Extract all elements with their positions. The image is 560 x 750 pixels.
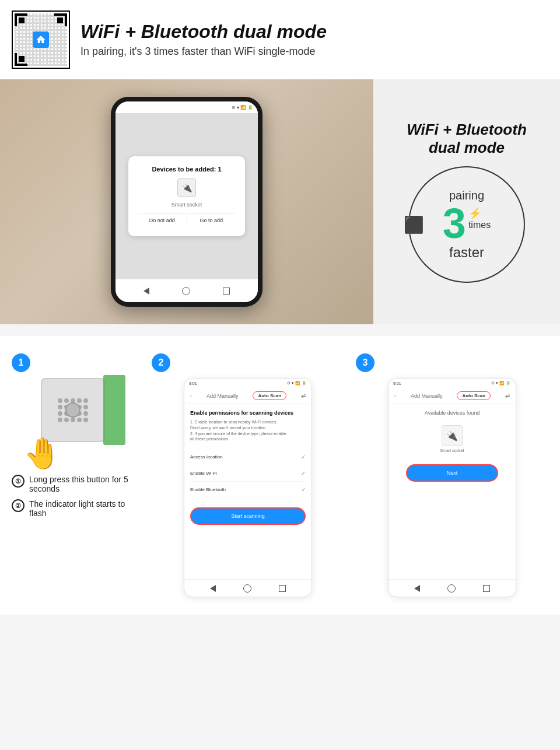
dialog-title: Devices to be added: 1 <box>138 166 236 173</box>
home-icon <box>33 31 49 48</box>
instr-num-2: ② <box>12 499 24 512</box>
step2-header: ‹ Add Manually Auto Scan ⇌ <box>184 388 312 404</box>
recents-nav-icon <box>223 288 230 295</box>
step2-status: 9:01 ⊙ ▾ 📶 🔋 <box>184 378 312 388</box>
dont-add-btn[interactable]: Do not add <box>138 214 187 227</box>
start-scanning-btn[interactable]: Start scanning <box>190 507 306 525</box>
step3-device-icon: 🔌 <box>442 425 463 446</box>
step3-device-name: Smart socket <box>440 448 464 453</box>
hero-left: ⊙▾📶🔋 Devices to be added: 1 🔌 Smart sock… <box>0 79 373 324</box>
hero-right-title: WiFi + Bluetooth dual mode <box>407 121 527 157</box>
step3-status: 9:01 ⊙ ▾ 📶 🔋 <box>388 378 516 388</box>
step2-column: 2 9:01 ⊙ ▾ 📶 🔋 ‹ Add Manually Auto Scan … <box>152 353 344 597</box>
back-nav-2 <box>210 585 216 592</box>
step2-phone: 9:01 ⊙ ▾ 📶 🔋 ‹ Add Manually Auto Scan ⇌ … <box>184 378 312 597</box>
scan-icon-3: ⇌ <box>505 392 510 399</box>
available-title: Available devices found <box>394 410 510 416</box>
hero-right: WiFi + Bluetooth dual mode ⬛ pairing 3 ⚡… <box>373 79 560 324</box>
dialog-buttons: Do not add Go to add <box>138 213 236 227</box>
step1-instruction2: ② The indicator light starts to flash <box>12 499 140 518</box>
step2-badge: 2 <box>152 353 170 372</box>
pairing-number: 3 <box>443 202 466 244</box>
step1-column: 1 <box>12 353 140 524</box>
step3-badge-row: 3 <box>356 353 548 372</box>
permission-wifi: Enable Wi-Fi ✓ <box>190 465 306 482</box>
step3-header: ‹ Add Manually Auto Scan ⇌ <box>388 388 516 404</box>
dialog-device-icon: 🔌 <box>138 178 236 197</box>
device-left-icon: ⬛ <box>404 215 424 234</box>
phone-status-bar: ⊙▾📶🔋 <box>116 101 258 113</box>
phone-dialog: Devices to be added: 1 🔌 Smart socket Do… <box>128 156 245 236</box>
step1-instructions: ① Long press this button for 5 seconds ②… <box>12 475 140 518</box>
step1-instruction1: ① Long press this button for 5 seconds <box>12 475 140 493</box>
step3-body: Available devices found 🔌 Smart socket N… <box>388 404 516 579</box>
step3-column: 3 9:01 ⊙ ▾ 📶 🔋 ‹ Add Manually Auto Scan … <box>356 353 548 597</box>
header-title: WiFi + Bluetooth dual mode <box>80 22 548 42</box>
step2-description: 1. Enable location to scan nearby Wi-Fi … <box>190 419 306 442</box>
header-section: WiFi + Bluetooth dual mode In pairing, i… <box>0 0 560 79</box>
dialog-device-name: Smart socket <box>138 202 236 208</box>
pairing-circle: ⬛ pairing 3 ⚡ times faster <box>408 166 525 283</box>
device-image: 🤚 <box>23 372 128 465</box>
permission-bluetooth: Enable Bluetooth ✓ <box>190 482 306 498</box>
check-icon-3: ✓ <box>301 486 306 493</box>
check-icon-1: ✓ <box>301 454 306 460</box>
step2-bottom <box>184 579 312 597</box>
back-nav-3 <box>414 585 420 592</box>
instr-num-1: ① <box>12 475 24 488</box>
step2-badge-row: 2 <box>152 353 344 372</box>
auto-scan-btn-3[interactable]: Auto Scan <box>457 391 491 400</box>
header-text: WiFi + Bluetooth dual mode In pairing, i… <box>80 22 548 58</box>
phone-mockup: ⊙▾📶🔋 Devices to be added: 1 🔌 Smart sock… <box>111 97 262 307</box>
times-label: times <box>468 220 491 230</box>
hero-section: ⊙▾📶🔋 Devices to be added: 1 🔌 Smart sock… <box>0 79 560 324</box>
step1-badge: 1 <box>12 353 30 372</box>
steps-section: 1 <box>0 336 560 615</box>
scan-icon-2: ⇌ <box>301 392 306 399</box>
check-icon-2: ✓ <box>301 470 306 476</box>
recents-nav-3 <box>483 585 490 592</box>
home-nav-3 <box>447 584 456 593</box>
auto-scan-btn-2[interactable]: Auto Scan <box>253 391 286 400</box>
faster-label: faster <box>449 244 484 261</box>
step2-body: Enable permissions for scanning devices … <box>184 404 312 579</box>
step3-badge: 3 <box>356 353 374 372</box>
step3-bottom <box>388 579 516 597</box>
recents-nav-2 <box>279 585 286 592</box>
permission-location: Access location ✓ <box>190 449 306 465</box>
step3-device-card: 🔌 Smart socket <box>394 425 510 453</box>
phone-bottom-bar <box>116 279 258 302</box>
back-nav-icon <box>144 288 149 295</box>
qr-code <box>12 10 70 69</box>
phone-content: Devices to be added: 1 🔌 Smart socket Do… <box>116 113 258 279</box>
home-nav-icon <box>182 287 190 295</box>
step3-phone: 9:01 ⊙ ▾ 📶 🔋 ‹ Add Manually Auto Scan ⇌ … <box>388 378 516 597</box>
home-nav-2 <box>243 584 251 593</box>
step1-badge-row: 1 <box>12 353 140 372</box>
header-subtitle: In pairing, it's 3 times faster than WiF… <box>80 45 548 58</box>
go-to-add-btn[interactable]: Go to add <box>187 214 236 227</box>
next-btn[interactable]: Next <box>406 464 498 482</box>
step2-section-title: Enable permissions for scanning devices <box>190 410 306 416</box>
